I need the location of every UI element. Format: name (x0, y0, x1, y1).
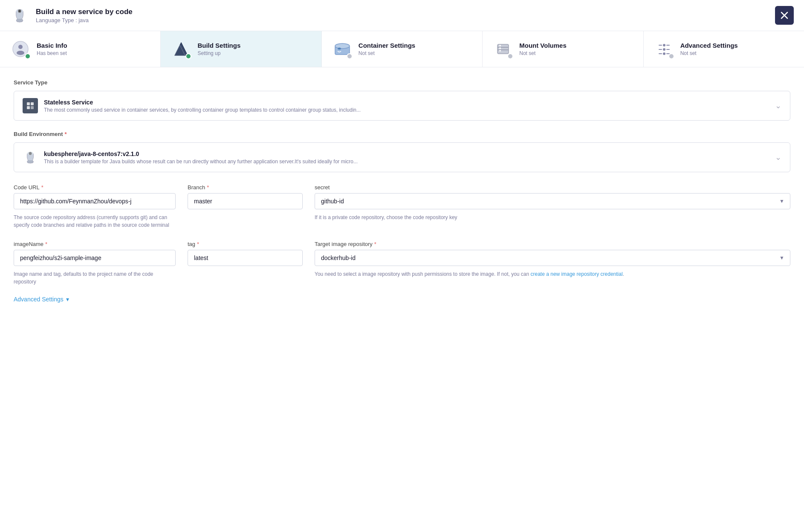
service-type-card-text: Stateless Service The most commonly used… (44, 99, 361, 113)
step-basic-info-status (25, 53, 31, 59)
step-container-settings-text: Container Settings Not set (359, 42, 415, 56)
step-build-settings-sub: Setting up (197, 50, 240, 56)
step-icon-advanced (654, 39, 674, 59)
step-advanced-settings-title: Advanced Settings (680, 42, 738, 49)
svg-rect-31 (31, 102, 34, 105)
step-icon-mount (493, 39, 513, 59)
svg-point-27 (663, 52, 665, 55)
svg-point-36 (29, 152, 32, 155)
service-type-chevron-icon: ⌄ (775, 101, 781, 110)
step-mount-volumes-text: Mount Volumes Not set (519, 42, 567, 56)
svg-point-3 (19, 10, 20, 12)
service-type-card-left: Stateless Service The most commonly used… (23, 98, 361, 113)
tag-label: tag* (188, 241, 303, 247)
svg-rect-16 (497, 47, 509, 48)
advanced-settings-chevron-icon: ▾ (66, 296, 69, 303)
header-left: Build a new service by code Language Typ… (10, 6, 133, 25)
branch-group: Branch* (188, 184, 303, 229)
svg-point-20 (499, 50, 501, 52)
code-url-group: Code URL* The source code repository add… (14, 184, 176, 229)
create-credential-link[interactable]: create a new image repository credential (531, 271, 623, 277)
step-container-settings[interactable]: Container Settings Not set (322, 31, 483, 67)
tag-required: * (197, 241, 199, 247)
svg-rect-32 (27, 106, 30, 109)
page-title: Build a new service by code (36, 8, 133, 16)
branch-label: Branch* (188, 184, 303, 191)
code-url-required: * (41, 184, 43, 191)
service-type-desc: The most commonly used service in contai… (44, 107, 361, 113)
step-container-settings-status (347, 53, 353, 59)
build-env-dropdown[interactable]: kubesphere/java-8-centos7:v2.1.0 This is… (14, 142, 790, 172)
step-build-settings-title: Build Settings (197, 42, 240, 49)
branch-required: * (207, 184, 209, 191)
image-name-input[interactable] (14, 250, 176, 266)
step-build-settings-status (185, 53, 191, 59)
service-type-label: Service Type (14, 79, 790, 86)
svg-rect-26 (666, 49, 670, 50)
code-url-input[interactable] (14, 193, 176, 209)
build-env-title: kubesphere/java-8-centos7:v2.1.0 (44, 150, 358, 157)
step-basic-info-text: Basic Info Has been set (37, 42, 67, 56)
target-image-repo-hint: You need to select a image repository wi… (315, 270, 790, 278)
service-type-title: Stateless Service (44, 99, 361, 106)
build-env-desc: This is a builder template for Java buil… (44, 159, 358, 165)
target-image-repo-required: * (374, 241, 376, 247)
step-basic-info[interactable]: Basic Info Has been set (0, 31, 161, 67)
svg-rect-22 (659, 45, 662, 46)
step-build-settings-text: Build Settings Setting up (197, 42, 240, 56)
secret-hint: If it is a private code repository, choo… (315, 214, 790, 221)
stateless-service-icon (23, 98, 38, 113)
secret-select[interactable]: github-id gitlab-id none (315, 193, 790, 209)
build-env-label: Build Environment* (14, 131, 790, 137)
step-basic-info-title: Basic Info (37, 42, 67, 49)
close-button[interactable] (775, 6, 794, 25)
page-subtitle: Language Type : java (36, 17, 133, 23)
svg-rect-33 (31, 106, 34, 109)
image-name-required: * (45, 241, 47, 247)
step-container-settings-title: Container Settings (359, 42, 415, 49)
svg-rect-17 (497, 49, 509, 50)
advanced-settings-footer-label: Advanced Settings (14, 296, 64, 303)
header-text: Build a new service by code Language Typ… (36, 8, 133, 23)
secret-label: secret (315, 184, 790, 191)
close-icon (780, 11, 789, 20)
steps-bar: Basic Info Has been set Build Settings S… (0, 31, 804, 67)
step-icon-basic (10, 39, 31, 59)
code-url-label: Code URL* (14, 184, 176, 191)
app-container: Build a new service by code Language Typ… (0, 0, 804, 532)
target-image-repo-wrapper: dockerhub-id harbor-id (315, 250, 790, 266)
image-name-group: imageName* Image name and tag, defaults … (14, 241, 176, 286)
target-image-repo-select[interactable]: dockerhub-id harbor-id (315, 250, 790, 266)
code-url-row: Code URL* The source code repository add… (14, 184, 790, 229)
build-env-required: * (65, 131, 67, 137)
svg-point-7 (18, 45, 23, 49)
svg-point-19 (499, 47, 501, 49)
step-mount-volumes[interactable]: Mount Volumes Not set (483, 31, 643, 67)
step-mount-volumes-status (507, 53, 513, 59)
java-build-icon (23, 150, 38, 165)
service-type-dropdown[interactable]: Stateless Service The most commonly used… (14, 91, 790, 121)
step-basic-info-sub: Has been set (37, 50, 67, 56)
svg-point-21 (663, 44, 665, 46)
svg-rect-28 (659, 53, 662, 54)
step-build-settings[interactable]: Build Settings Setting up (161, 31, 321, 67)
branch-input[interactable] (188, 193, 303, 209)
tag-group: tag* (188, 241, 303, 286)
svg-rect-25 (659, 49, 662, 50)
tag-input[interactable] (188, 250, 303, 266)
target-image-repo-group: Target image repository* dockerhub-id ha… (315, 241, 790, 286)
svg-rect-30 (27, 102, 30, 105)
step-icon-container (332, 39, 353, 59)
step-mount-volumes-sub: Not set (519, 50, 567, 56)
secret-group: secret github-id gitlab-id none If it is… (315, 184, 790, 229)
svg-rect-15 (497, 44, 509, 54)
svg-point-24 (663, 48, 665, 51)
svg-point-18 (499, 45, 501, 46)
build-env-chevron-icon: ⌄ (775, 153, 781, 162)
step-advanced-settings[interactable]: Advanced Settings Not set (644, 31, 804, 67)
advanced-settings-footer[interactable]: Advanced Settings ▾ (14, 296, 790, 303)
code-url-hint: The source code repository address (curr… (14, 214, 176, 229)
svg-point-12 (335, 43, 350, 49)
header-icon (10, 6, 29, 25)
java-logo-icon (11, 7, 28, 24)
